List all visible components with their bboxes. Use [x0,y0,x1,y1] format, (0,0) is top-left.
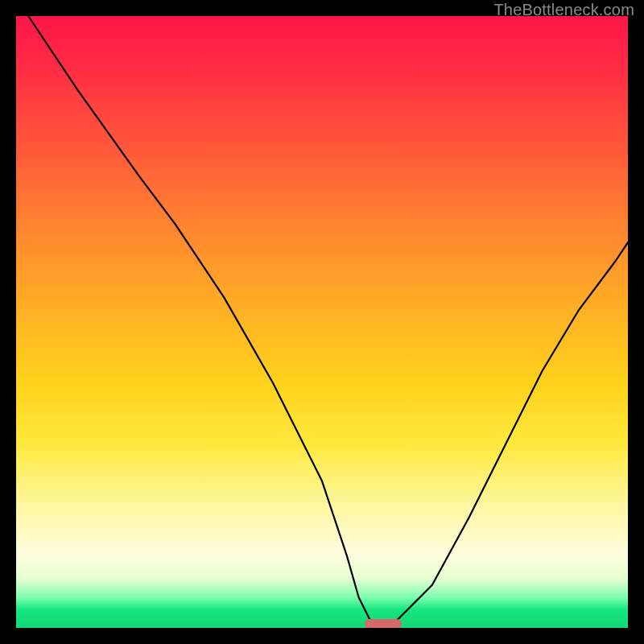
curve-layer [16,16,628,628]
optimal-range-marker [365,619,402,628]
bottleneck-curve [28,16,628,628]
plot-area [16,16,628,628]
chart-frame: TheBottleneck.com [0,0,644,644]
